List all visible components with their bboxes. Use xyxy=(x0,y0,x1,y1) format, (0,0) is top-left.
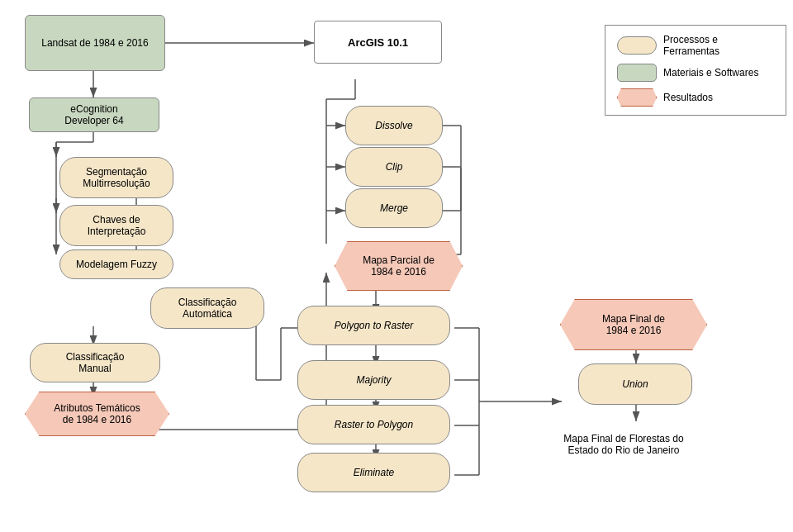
node-classificacao-auto: ClassificaçãoAutomática xyxy=(150,287,264,329)
node-eliminate: Eliminate xyxy=(297,453,450,492)
node-clip: Clip xyxy=(345,147,443,187)
node-modelagem: Modelagem Fuzzy xyxy=(59,249,173,279)
node-mapa-parcial: Mapa Parcial de1984 e 2016 xyxy=(335,241,463,291)
node-dissolve: Dissolve xyxy=(345,106,443,145)
node-atributos: Atributos Temáticosde 1984 e 2016 xyxy=(25,392,169,436)
node-mapa-final: Mapa Final de1984 e 2016 xyxy=(560,299,707,350)
node-polygon-to-raster: Polygon to Raster xyxy=(297,306,450,345)
legend-swatch-rounded xyxy=(617,36,657,55)
node-arcgis: ArcGIS 10.1 xyxy=(314,21,442,64)
legend: Processos e Ferramentas Materiais e Soft… xyxy=(605,25,786,116)
node-majority: Majority xyxy=(297,360,450,400)
node-chaves: Chaves deInterpretação xyxy=(59,205,173,246)
node-segmentacao: SegmentaçãoMultirresolução xyxy=(59,157,173,198)
node-union: Union xyxy=(578,363,692,405)
legend-swatch-green xyxy=(617,64,657,82)
legend-item-materiais: Materiais e Softwares xyxy=(617,64,774,82)
node-raster-to-polygon: Raster to Polygon xyxy=(297,405,450,444)
node-merge: Merge xyxy=(345,188,443,228)
node-classificacao-manual: ClassificaçãoManual xyxy=(30,343,160,382)
legend-item-resultados: Resultados xyxy=(617,88,774,107)
node-landsat: Landsat de 1984 e 2016 xyxy=(25,15,165,71)
node-mapa-final-florestas: Mapa Final de Florestas doEstado do Rio … xyxy=(533,420,715,469)
node-ecognition: eCognitionDeveloper 64 xyxy=(29,97,159,132)
legend-item-processos: Processos e Ferramentas xyxy=(617,34,774,57)
diagram: Landsat de 1984 e 2016 eCognitionDevelop… xyxy=(0,0,793,532)
legend-swatch-hex xyxy=(617,88,657,107)
